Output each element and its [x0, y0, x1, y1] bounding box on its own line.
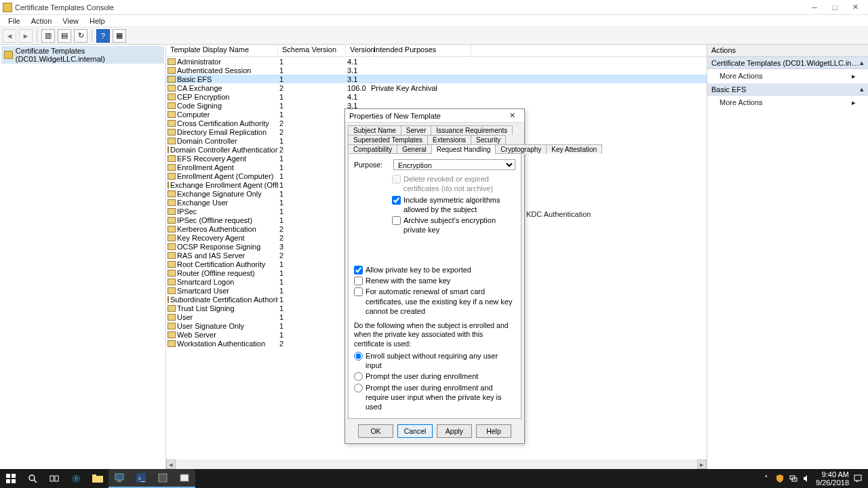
cert-icon [167, 226, 176, 232]
menu-action[interactable]: Action [26, 16, 58, 26]
cert-icon [167, 323, 176, 329]
table-row[interactable]: CA Exchange2106.0Private Key Archival [166, 83, 707, 92]
horizontal-scrollbar[interactable]: ◂ ▸ [166, 460, 707, 469]
ie-icon[interactable]: ⓔ [65, 469, 87, 488]
tab-server[interactable]: Server [401, 125, 431, 135]
chk-renew[interactable]: Renew with the same key [354, 276, 515, 285]
radio-enroll-silent[interactable]: Enroll subject without requiring any use… [354, 351, 515, 371]
tab-extensions[interactable]: Extensions [427, 135, 471, 144]
radio-prompt-enroll-input[interactable] [354, 372, 363, 381]
cell-version: 3.1 [346, 66, 370, 75]
back-button[interactable]: ◄ [3, 29, 16, 43]
tray-up-icon[interactable]: ˄ [762, 474, 771, 483]
cert-icon [167, 129, 176, 136]
chk-auto-renewal[interactable]: For automatic renewal of smart card cert… [354, 287, 515, 316]
explorer-icon[interactable] [87, 469, 108, 488]
tab-compatibility[interactable]: Compatibility [348, 144, 397, 154]
mmc-icon[interactable] [152, 469, 174, 488]
tab-key-attestation[interactable]: Key Attestation [546, 144, 602, 154]
task-view-button[interactable] [43, 469, 65, 488]
maximize-button[interactable]: □ [825, 1, 845, 14]
tab-request-handling[interactable]: Request Handling [431, 144, 496, 154]
tree-root[interactable]: Certificate Templates (DC01.WidgetLLC.in… [1, 46, 164, 64]
close-button[interactable]: ✕ [845, 1, 865, 14]
radio-prompt-always[interactable]: Prompt the user during enrollment and re… [354, 383, 515, 412]
cell-schema: 1 [278, 322, 346, 330]
chk-symmetric-input[interactable] [392, 196, 401, 205]
start-button[interactable] [0, 469, 22, 488]
server-manager-icon[interactable] [108, 469, 130, 488]
radio-enroll-silent-input[interactable] [354, 352, 363, 361]
minimize-button[interactable]: ─ [804, 1, 825, 14]
ok-button[interactable]: OK [358, 424, 393, 438]
tab-issuance-requirements[interactable]: Issuance Requirements [431, 125, 513, 135]
chk-archive-input[interactable] [392, 216, 401, 225]
chk-export-input[interactable] [354, 266, 363, 274]
tab-superseded-templates[interactable]: Superseded Templates [348, 135, 428, 144]
collapse-icon[interactable]: ▴ [860, 58, 864, 67]
table-row[interactable]: Authenticated Session13.1 [166, 66, 707, 75]
chk-auto-renewal-input[interactable] [354, 287, 363, 296]
actions-group-selected[interactable]: Basic EFS ▴ [707, 83, 868, 96]
taskbar[interactable]: ⓔ ›_ ˄ 9:40 AM 9/26/2018 [0, 469, 868, 488]
properties-button[interactable]: ▤ [58, 29, 71, 43]
network-icon[interactable] [789, 474, 798, 483]
tab-subject-name[interactable]: Subject Name [348, 125, 401, 135]
menu-file[interactable]: File [3, 16, 26, 26]
scroll-track[interactable] [176, 460, 697, 469]
radio-enroll-silent-label: Enroll subject without requiring any use… [366, 351, 515, 371]
forward-button[interactable]: ► [19, 29, 33, 43]
kdc-auth-label: KDC Authentication [526, 210, 591, 218]
col-version[interactable]: Version [346, 45, 370, 56]
table-row[interactable]: CEP Encryption14.1 [166, 92, 707, 101]
col-template-name[interactable]: Template Display Name [166, 45, 278, 56]
collapse-icon[interactable]: ▴ [860, 85, 864, 94]
svg-rect-14 [159, 474, 167, 482]
scroll-right-button[interactable]: ▸ [697, 460, 707, 469]
manage-button[interactable]: ▦ [113, 29, 126, 43]
actions-more-1[interactable]: More Actions ▸ [707, 69, 868, 83]
chk-archive[interactable]: Archive subject's encryption private key [392, 216, 515, 235]
col-intended-purposes[interactable]: Intended Purposes [370, 45, 471, 56]
speaker-icon[interactable] [802, 474, 812, 483]
search-button[interactable] [22, 469, 43, 488]
cancel-button[interactable]: Cancel [397, 424, 433, 438]
purpose-select[interactable]: Encryption [393, 159, 515, 170]
chk-export[interactable]: Allow private key to be exported [354, 265, 515, 274]
menu-help[interactable]: Help [84, 16, 111, 26]
chk-symmetric[interactable]: Include symmetric algorithms allowed by … [392, 195, 515, 215]
notifications-icon[interactable] [853, 474, 863, 483]
clock[interactable]: 9:40 AM 9/26/2018 [816, 470, 849, 487]
system-tray[interactable]: ˄ 9:40 AM 9/26/2018 [762, 470, 868, 487]
cert-icon [167, 208, 176, 215]
apply-button[interactable]: Apply [437, 424, 472, 438]
refresh-button[interactable]: ↻ [74, 29, 87, 43]
cell-name: CEP Encryption [177, 93, 229, 101]
radio-prompt-always-input[interactable] [354, 384, 363, 392]
tree-pane[interactable]: Certificate Templates (DC01.WidgetLLC.in… [0, 45, 166, 469]
show-tree-button[interactable]: ▥ [41, 29, 55, 43]
scroll-left-button[interactable]: ◂ [166, 460, 176, 469]
cert-icon [167, 164, 176, 171]
actions-more-2[interactable]: More Actions ▸ [707, 96, 868, 110]
actions-group-templates[interactable]: Certificate Templates (DC01.WidgetLLC.in… [707, 57, 868, 69]
help-button[interactable]: ? [96, 29, 110, 43]
table-row[interactable]: Basic EFS13.1 [166, 75, 707, 83]
help-button[interactable]: Help [476, 424, 511, 438]
radio-prompt-enroll[interactable]: Prompt the user during enrollment [354, 371, 515, 381]
col-schema-version[interactable]: Schema Version [278, 45, 346, 56]
chk-delete-revoked-input [392, 175, 401, 184]
tab-security[interactable]: Security [471, 135, 506, 144]
dialog-titlebar[interactable]: Properties of New Template ✕ [345, 109, 524, 123]
tab-cryptography[interactable]: Cryptography [495, 144, 547, 154]
shield-icon[interactable] [775, 474, 785, 483]
table-row[interactable]: Administrator14.1 [166, 57, 707, 66]
powershell-icon[interactable]: ›_ [130, 469, 152, 488]
dialog-close-button[interactable]: ✕ [504, 110, 520, 122]
cell-name: Enrollment Agent [177, 163, 234, 171]
chk-renew-input[interactable] [354, 277, 363, 285]
cert-console-icon[interactable] [174, 469, 195, 488]
menu-view[interactable]: View [57, 16, 84, 26]
tab-general[interactable]: General [397, 144, 432, 154]
list-header[interactable]: Template Display Name Schema Version Ver… [166, 45, 707, 57]
